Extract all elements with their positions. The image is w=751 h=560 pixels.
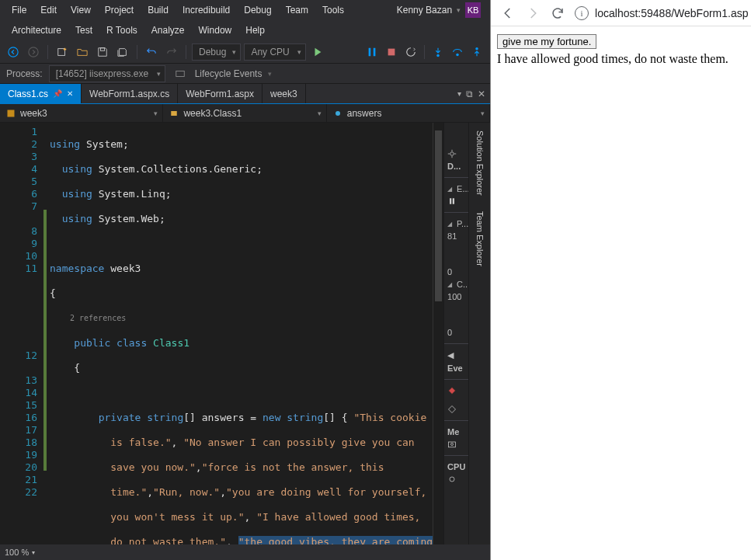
zoom-level[interactable]: 100 % [5, 548, 29, 557]
record-icon[interactable] [444, 473, 468, 485]
address-bar[interactable]: i localhost:59488/WebForm1.asp [575, 6, 748, 20]
diagnostic-tools-panel: D... E... P... 81 0 C... 100 0 ◀ Eve Me … [443, 123, 468, 544]
svg-rect-11 [8, 110, 15, 117]
url-text: localhost:59488/WebForm1.asp [595, 7, 748, 19]
document-tabs: Class1.cs 📌 ✕ WebForm1.aspx.cs WebForm1.… [0, 84, 490, 104]
account-menu[interactable]: Kenny Bazan ▾ KB [397, 2, 485, 18]
browser-reload-button[interactable] [550, 5, 565, 21]
menu-tools[interactable]: Tools [315, 2, 351, 18]
vertical-scrollbar[interactable] [433, 123, 443, 544]
diag-memory[interactable]: Me [444, 426, 468, 438]
tab-label: WebForm1.aspx [186, 89, 254, 99]
menu-team[interactable]: Team [279, 2, 315, 18]
svg-point-1 [29, 47, 38, 56]
menu-file[interactable]: File [5, 2, 33, 18]
open-file-icon[interactable] [74, 43, 91, 61]
menu-window[interactable]: Window [192, 23, 239, 38]
code-editor[interactable]: 1 2 3 4 5 6 7 8 9 10 11 12 13 [0, 123, 443, 544]
tab-label: WebForm1.aspx.cs [89, 89, 169, 99]
nav-project[interactable]: week3 [0, 104, 163, 122]
configuration-combo[interactable]: Debug [192, 43, 241, 61]
menu-test[interactable]: Test [68, 23, 99, 38]
svg-point-8 [456, 53, 459, 56]
tab-webform-aspx[interactable]: WebForm1.aspx [178, 84, 263, 103]
menu-architecture[interactable]: Architecture [5, 23, 68, 38]
diag-cpu-value: 100 [444, 290, 468, 303]
lifecycle-icon[interactable] [172, 65, 189, 82]
menu-view[interactable]: View [64, 2, 98, 18]
solution-explorer-toggle-icon[interactable]: ⧉ [466, 89, 473, 99]
svg-point-12 [336, 111, 340, 116]
menu-debug[interactable]: Debug [237, 2, 278, 18]
editor-area: 1 2 3 4 5 6 7 8 9 10 11 12 13 [0, 123, 490, 544]
code-content[interactable]: using System; using System.Collections.G… [47, 123, 433, 544]
pause-icon[interactable] [363, 43, 381, 61]
svg-rect-3 [100, 47, 104, 50]
debug-process-bar: Process: [14652] iisexpress.exe Lifecycl… [0, 64, 490, 84]
close-all-icon[interactable]: ✕ [478, 89, 485, 99]
start-debug-button[interactable] [309, 43, 326, 61]
save-all-icon[interactable] [114, 43, 131, 61]
diag-events[interactable]: Eve [444, 362, 468, 374]
browser-toolbar: i localhost:59488/WebForm1.asp [491, 0, 751, 26]
step-into-icon[interactable] [429, 43, 447, 61]
svg-point-17 [451, 443, 454, 446]
diag-cpu[interactable]: CPU [444, 461, 468, 473]
menu-project[interactable]: Project [98, 2, 141, 18]
solution-explorer-tab[interactable]: Solution Explorer [475, 130, 485, 196]
svg-point-9 [475, 47, 478, 50]
tab-webform-cs[interactable]: WebForm1.aspx.cs [82, 84, 178, 103]
snapshot-icon[interactable] [444, 438, 468, 450]
process-combo[interactable]: [14652] iisexpress.exe [49, 65, 165, 82]
line-number-gutter: 1 2 3 4 5 6 7 8 9 10 11 12 13 [0, 123, 43, 544]
diag-errors[interactable]: E... [444, 183, 468, 195]
menu-bar-row2: Architecture Test R Tools Analyze Window… [0, 20, 490, 40]
fortune-button[interactable]: give me my fortune. [497, 34, 596, 49]
pin-icon[interactable]: 📌 [53, 89, 62, 98]
tab-week3[interactable]: week3 [263, 84, 306, 103]
forward-button[interactable] [25, 43, 42, 61]
browser-page: give me my fortune. I have allowed good … [491, 26, 751, 74]
svg-rect-16 [449, 442, 456, 447]
step-over-icon[interactable] [449, 43, 466, 61]
tab-label: week3 [270, 89, 297, 99]
browser-window: i localhost:59488/WebForm1.asp give me m… [490, 0, 751, 560]
back-button[interactable] [5, 43, 22, 61]
diag-process-value: 81 [444, 230, 468, 242]
tab-label: Class1.cs [8, 89, 48, 99]
menu-incredibuild[interactable]: Incredibuild [176, 2, 237, 18]
close-icon[interactable]: ✕ [67, 89, 73, 98]
team-explorer-tab[interactable]: Team Explorer [475, 211, 485, 266]
nav-member[interactable]: answers [327, 104, 490, 122]
new-project-icon[interactable] [54, 43, 71, 61]
gear-icon[interactable] [444, 148, 468, 160]
menu-help[interactable]: Help [238, 23, 272, 38]
step-out-icon[interactable] [468, 43, 485, 61]
menu-rtools[interactable]: R Tools [99, 23, 144, 38]
diag-cpu-section[interactable]: C... [444, 278, 468, 290]
browser-back-button[interactable] [500, 5, 516, 21]
diamond-filled-icon [444, 384, 468, 397]
diag-nav-left-icon[interactable]: ◀ [444, 349, 468, 362]
menu-edit[interactable]: Edit [33, 2, 64, 18]
scrollbar-thumb[interactable] [435, 130, 442, 301]
save-icon[interactable] [94, 43, 111, 61]
svg-point-13 [450, 152, 454, 156]
nav-class[interactable]: week3.Class1 [163, 104, 326, 122]
undo-icon[interactable] [143, 43, 160, 61]
browser-forward-button[interactable] [525, 5, 541, 21]
platform-combo[interactable]: Any CPU [244, 43, 306, 61]
menu-analyze[interactable]: Analyze [144, 23, 192, 38]
redo-icon[interactable] [163, 43, 180, 61]
site-info-icon[interactable]: i [575, 6, 589, 20]
diag-process[interactable]: P... [444, 217, 468, 230]
restart-icon[interactable] [402, 43, 419, 61]
diag-c0b: 0 [444, 326, 468, 339]
tab-class1[interactable]: Class1.cs 📌 ✕ [0, 84, 82, 103]
fortune-output: I have allowed good times, do not waste … [497, 52, 751, 66]
codelens-references[interactable]: 2 references [50, 312, 433, 325]
lifecycle-label: Lifecycle Events [195, 68, 263, 79]
stop-icon[interactable] [383, 43, 400, 61]
menu-build[interactable]: Build [141, 2, 176, 18]
pause-indicator-icon [444, 195, 468, 207]
